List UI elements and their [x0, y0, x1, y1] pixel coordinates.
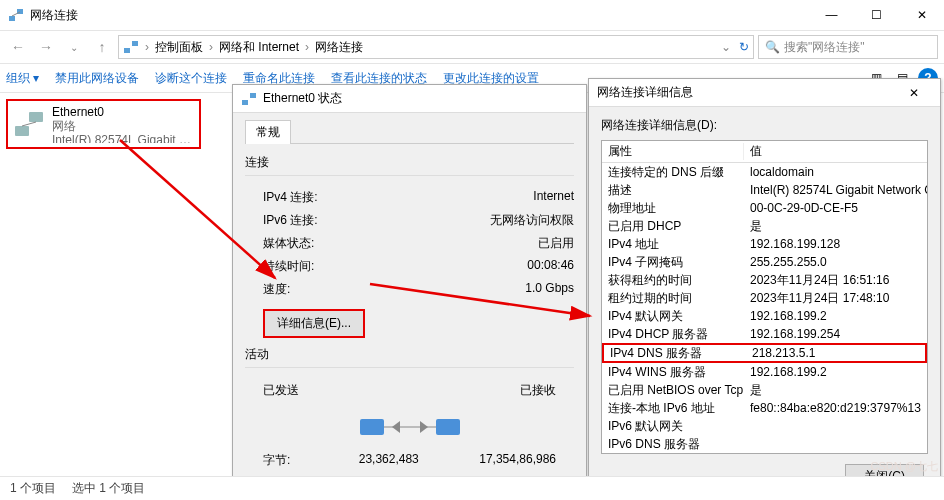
details-row[interactable]: 物理地址00-0C-29-0D-CE-F5	[602, 199, 927, 217]
details-key: IPv6 默认网关	[602, 418, 744, 435]
network-icon	[241, 91, 257, 107]
close-button[interactable]: ✕	[899, 0, 944, 30]
details-list[interactable]: 属性 值 连接特定的 DNS 后缀localdomain描述Intel(R) 8…	[601, 140, 928, 454]
cmd-organize[interactable]: 组织 ▾	[6, 70, 39, 87]
svg-marker-11	[420, 421, 428, 433]
status-dialog: Ethernet0 状态 常规 连接 IPv4 连接:Internet IPv6…	[232, 84, 587, 488]
details-label: 网络连接详细信息(D):	[601, 117, 928, 134]
section-activity: 活动	[245, 346, 574, 363]
maximize-button[interactable]: ☐	[854, 0, 899, 30]
details-key: 获得租约的时间	[602, 272, 744, 289]
media-value: 已启用	[538, 235, 574, 252]
dropdown-button[interactable]: ⌄	[62, 42, 86, 53]
details-key: 已启用 DHCP	[602, 218, 744, 235]
search-icon: 🔍	[765, 40, 780, 54]
details-row[interactable]: 租约过期的时间2023年11月24日 17:48:10	[602, 289, 927, 307]
crumb-root[interactable]: 控制面板	[155, 39, 203, 56]
ipv4-conn-label: IPv4 连接:	[263, 189, 533, 206]
details-key: 连接-本地 IPv6 地址	[602, 400, 744, 417]
details-row[interactable]: IPv4 默认网关192.168.199.2	[602, 307, 927, 325]
details-button[interactable]: 详细信息(E)...	[263, 309, 365, 338]
search-input[interactable]: 🔍 搜索"网络连接"	[758, 35, 938, 59]
status-bar: 1 个项目 选中 1 个项目	[0, 476, 944, 500]
network-icon	[8, 7, 24, 23]
svg-rect-7	[250, 93, 256, 98]
details-key: 连接特定的 DNS 后缀	[602, 164, 744, 181]
details-value: 255.255.255.0	[744, 255, 927, 269]
details-row[interactable]: 已启用 DHCP是	[602, 217, 927, 235]
crumb-leaf[interactable]: 网络连接	[315, 39, 363, 56]
cmd-diagnose[interactable]: 诊断这个连接	[155, 70, 227, 87]
ipv6-conn-label: IPv6 连接:	[263, 212, 490, 229]
chevron-right-icon: ›	[305, 40, 309, 54]
details-key: IPv4 子网掩码	[602, 254, 744, 271]
bytes-recv: 17,354,86,986	[445, 452, 557, 469]
duration-value: 00:08:46	[527, 258, 574, 275]
details-header: 属性 值	[602, 141, 927, 163]
dropdown-icon[interactable]: ⌄	[721, 40, 731, 54]
adapter-item-ethernet0[interactable]: Ethernet0 网络 Intel(R) 82574L Gigabit Net…	[6, 99, 201, 149]
details-row[interactable]: IPv4 DHCP 服务器192.168.199.254	[602, 325, 927, 343]
details-value: 192.168.199.2	[744, 309, 927, 323]
forward-button[interactable]: →	[34, 39, 58, 55]
chevron-right-icon: ›	[209, 40, 213, 54]
window-title: 网络连接	[30, 7, 809, 24]
up-button[interactable]: ↑	[90, 39, 114, 55]
details-row[interactable]: IPv4 地址192.168.199.128	[602, 235, 927, 253]
minimize-button[interactable]: —	[809, 0, 854, 30]
svg-rect-2	[124, 48, 130, 53]
details-row[interactable]: 已启用 NetBIOS over Tcpip是	[602, 381, 927, 399]
details-row[interactable]: IPv4 DNS 服务器218.213.5.1	[602, 343, 927, 363]
col-value: 值	[744, 143, 927, 160]
details-row[interactable]: IPv6 默认网关	[602, 417, 927, 435]
sent-label: 已发送	[263, 382, 299, 399]
details-value: 192.168.199.2	[744, 365, 927, 379]
details-row[interactable]: 获得租约的时间2023年11月24日 16:51:16	[602, 271, 927, 289]
details-row[interactable]: 描述Intel(R) 82574L Gigabit Network Connec…	[602, 181, 927, 199]
window-controls: — ☐ ✕	[809, 0, 944, 30]
details-value: fe80::84ba:e820:d219:3797%13	[744, 401, 927, 415]
search-placeholder: 搜索"网络连接"	[784, 39, 865, 56]
recv-label: 已接收	[520, 382, 556, 399]
details-key: 已启用 NetBIOS over Tcpip	[602, 382, 744, 399]
network-icon	[123, 39, 139, 55]
refresh-icon[interactable]: ↻	[739, 40, 749, 54]
details-row[interactable]: 连接-本地 IPv6 地址fe80::84ba:e820:d219:3797%1…	[602, 399, 927, 417]
details-key: IPv4 DNS 服务器	[604, 345, 746, 362]
col-property: 属性	[602, 143, 744, 160]
svg-rect-4	[15, 126, 29, 136]
details-dialog: 网络连接详细信息 ✕ 网络连接详细信息(D): 属性 值 连接特定的 DNS 后…	[588, 78, 941, 492]
tab-general[interactable]: 常规	[245, 120, 291, 144]
nav-buttons: ← → ⌄ ↑	[6, 39, 114, 55]
section-connection: 连接	[245, 154, 574, 171]
ipv4-conn-value: Internet	[533, 189, 574, 206]
details-value: 2023年11月24日 17:48:10	[744, 290, 927, 307]
details-value: 218.213.5.1	[746, 346, 925, 360]
details-row[interactable]: 连接特定的 DNS 后缀localdomain	[602, 163, 927, 181]
cmd-disable[interactable]: 禁用此网络设备	[55, 70, 139, 87]
crumb-mid[interactable]: 网络和 Internet	[219, 39, 299, 56]
adapter-name: Ethernet0	[52, 105, 195, 119]
speed-value: 1.0 Gbps	[525, 281, 574, 298]
details-row[interactable]: IPv4 WINS 服务器192.168.199.2	[602, 363, 927, 381]
duration-label: 持续时间:	[263, 258, 527, 275]
svg-rect-9	[436, 419, 460, 435]
media-label: 媒体状态:	[263, 235, 538, 252]
details-key: IPv4 WINS 服务器	[602, 364, 744, 381]
address-bar: ← → ⌄ ↑ › 控制面板 › 网络和 Internet › 网络连接 ⌄ ↻…	[0, 30, 944, 63]
back-button[interactable]: ←	[6, 39, 30, 55]
details-title: 网络连接详细信息	[597, 84, 693, 101]
details-row[interactable]: IPv4 子网掩码255.255.255.0	[602, 253, 927, 271]
bytes-sent: 23,362,483	[333, 452, 445, 469]
details-value: 00-0C-29-0D-CE-F5	[744, 201, 927, 215]
details-key: 物理地址	[602, 200, 744, 217]
svg-marker-10	[392, 421, 400, 433]
details-value: 2023年11月24日 16:51:16	[744, 272, 927, 289]
details-row[interactable]: IPv6 DNS 服务器	[602, 435, 927, 453]
details-value: localdomain	[744, 165, 927, 179]
ipv6-conn-value: 无网络访问权限	[490, 212, 574, 229]
details-key: IPv4 默认网关	[602, 308, 744, 325]
breadcrumb[interactable]: › 控制面板 › 网络和 Internet › 网络连接 ⌄ ↻	[118, 35, 754, 59]
close-icon[interactable]: ✕	[896, 86, 932, 100]
details-value: 是	[744, 382, 927, 399]
